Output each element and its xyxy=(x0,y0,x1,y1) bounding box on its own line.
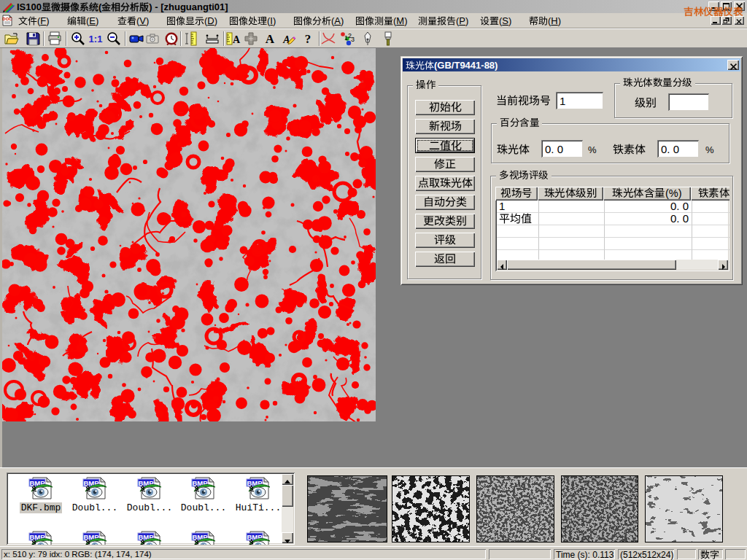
svg-text:A: A xyxy=(266,32,275,46)
svg-text:3: 3 xyxy=(351,36,355,43)
svg-text:?: ? xyxy=(305,32,311,46)
svg-text:1:1: 1:1 xyxy=(89,34,103,44)
svg-text:DOC: DOC xyxy=(2,17,12,21)
svg-text:A: A xyxy=(233,34,241,45)
